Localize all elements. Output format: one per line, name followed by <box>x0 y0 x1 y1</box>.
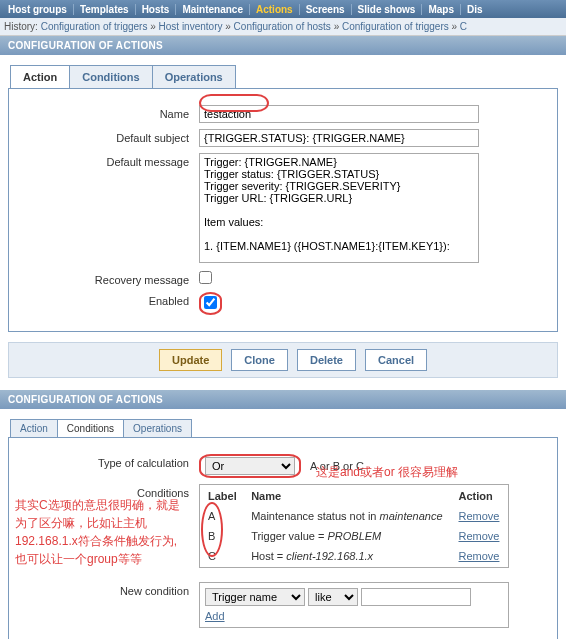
cancel-button[interactable]: Cancel <box>365 349 427 371</box>
button-bar: Update Clone Delete Cancel <box>8 342 558 378</box>
tabs: Action Conditions Operations <box>10 65 566 88</box>
recovery-message-checkbox[interactable] <box>199 271 212 284</box>
nav-actions[interactable]: Actions <box>250 4 300 15</box>
clone-button[interactable]: Clone <box>231 349 288 371</box>
tab-operations[interactable]: Operations <box>123 419 192 437</box>
default-message-textarea[interactable]: Trigger: {TRIGGER.NAME} Trigger status: … <box>199 153 479 263</box>
default-subject-input[interactable] <box>199 129 479 147</box>
tab-conditions[interactable]: Conditions <box>57 419 124 437</box>
action-form: Name Default subject Default message Tri… <box>8 88 558 332</box>
remove-link[interactable]: Remove <box>459 550 500 562</box>
nav-templates[interactable]: Templates <box>74 4 136 15</box>
nav-hosts[interactable]: Hosts <box>136 4 177 15</box>
label-new-condition: New condition <box>19 582 199 597</box>
remove-link[interactable]: Remove <box>459 510 500 522</box>
annotation-left: 其实C选项的意思很明确，就是为了区分嘛，比如让主机192.168.1.x符合条件… <box>15 496 180 568</box>
label-type-of-calculation: Type of calculation <box>19 454 199 469</box>
tab-conditions[interactable]: Conditions <box>69 65 152 88</box>
enabled-checkbox[interactable] <box>204 296 217 309</box>
new-cond-op-select[interactable]: like <box>308 588 358 606</box>
history-crumb[interactable]: Host inventory <box>159 21 223 32</box>
nav-screens[interactable]: Screens <box>300 4 352 15</box>
history-label: History: <box>4 21 38 32</box>
nav-maps[interactable]: Maps <box>422 4 461 15</box>
cond-name: Host = client-192.168.1.x <box>245 547 450 565</box>
col-label: Label <box>202 487 243 505</box>
history-crumb[interactable]: Configuration of hosts <box>234 21 331 32</box>
history-bar: History: Configuration of triggers » Hos… <box>0 18 566 36</box>
table-row: B Trigger value = PROBLEM Remove <box>202 527 506 545</box>
add-link[interactable]: Add <box>205 610 225 622</box>
tab-operations[interactable]: Operations <box>152 65 236 88</box>
table-row: C Host = client-192.168.1.x Remove <box>202 547 506 565</box>
conditions-table: Label Name Action A Maintenance status n… <box>199 484 509 568</box>
remove-link[interactable]: Remove <box>459 530 500 542</box>
label-name: Name <box>19 105 199 120</box>
name-input[interactable] <box>199 105 479 123</box>
conditions-form: 这是and或者or 很容易理解 其实C选项的意思很明确，就是为了区分嘛，比如让主… <box>8 437 558 639</box>
section-header: CONFIGURATION OF ACTIONS <box>0 36 566 55</box>
label-default-message: Default message <box>19 153 199 168</box>
tab-action[interactable]: Action <box>10 65 70 88</box>
tabs: Action Conditions Operations <box>10 419 566 437</box>
calculation-select[interactable]: Or <box>205 457 295 475</box>
top-nav: Host groups Templates Hosts Maintenance … <box>0 0 566 18</box>
nav-maintenance[interactable]: Maintenance <box>176 4 250 15</box>
cond-name: Maintenance status not in maintenance <box>245 507 450 525</box>
section-conditions: CONFIGURATION OF ACTIONS Action Conditio… <box>0 390 566 639</box>
cond-label: B <box>202 527 243 545</box>
cond-name: Trigger value = PROBLEM <box>245 527 450 545</box>
section-header: CONFIGURATION OF ACTIONS <box>0 390 566 409</box>
history-crumb[interactable]: Configuration of triggers <box>41 21 148 32</box>
nav-dis[interactable]: Dis <box>461 4 489 15</box>
new-cond-value-input[interactable] <box>361 588 471 606</box>
nav-hostgroups[interactable]: Host groups <box>2 4 74 15</box>
history-crumb[interactable]: Configuration of triggers <box>342 21 449 32</box>
label-recovery-message: Recovery message <box>19 271 199 286</box>
annotation-top: 这是and或者or 很容易理解 <box>316 464 458 481</box>
table-row: A Maintenance status not in maintenance … <box>202 507 506 525</box>
nav-slideshows[interactable]: Slide shows <box>352 4 423 15</box>
cond-label: C <box>202 547 243 565</box>
delete-button[interactable]: Delete <box>297 349 356 371</box>
col-action: Action <box>453 487 507 505</box>
col-name: Name <box>245 487 450 505</box>
section-action: CONFIGURATION OF ACTIONS Action Conditio… <box>0 36 566 378</box>
history-crumb[interactable]: C <box>460 21 467 32</box>
new-cond-field-select[interactable]: Trigger name <box>205 588 305 606</box>
label-enabled: Enabled <box>19 292 199 307</box>
tab-action[interactable]: Action <box>10 419 58 437</box>
label-default-subject: Default subject <box>19 129 199 144</box>
cond-label: A <box>202 507 243 525</box>
update-button[interactable]: Update <box>159 349 222 371</box>
